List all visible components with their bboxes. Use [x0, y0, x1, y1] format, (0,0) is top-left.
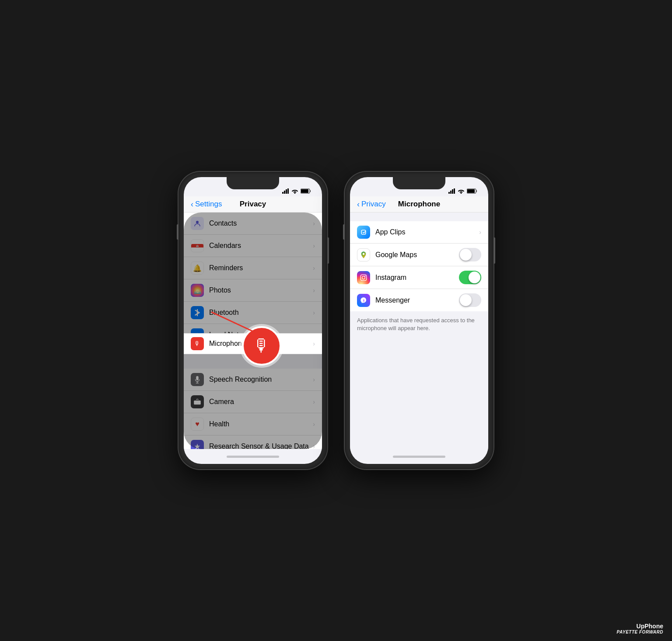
battery-icon	[301, 188, 312, 194]
home-bar	[227, 456, 279, 458]
app-clips-icon	[357, 226, 370, 239]
nav-title: Privacy	[240, 200, 266, 209]
svg-rect-6	[301, 189, 308, 193]
list-item-calendars[interactable]: 📅 Calendars ›	[184, 235, 322, 257]
research-label: Research Sensor & Usage Data	[209, 442, 313, 449]
svg-rect-16	[448, 192, 450, 194]
messenger-toggle[interactable]	[459, 293, 481, 307]
camera-label: Camera	[209, 398, 313, 406]
svg-rect-17	[450, 191, 452, 194]
right-screen: ‹ Privacy Microphone App Clips ›	[350, 177, 488, 464]
svg-rect-19	[454, 188, 455, 194]
messenger-toggle-thumb	[460, 294, 472, 306]
left-phone: ‹ Settings Privacy 🎙 Microphone › 🎙	[178, 172, 327, 469]
watermark-line1: UpPhone	[617, 623, 663, 630]
status-icons	[282, 188, 312, 194]
right-home-indicator	[350, 449, 488, 464]
bluetooth-label: Bluetooth	[209, 309, 313, 317]
instagram-icon	[357, 271, 370, 284]
nav-bar-left: ‹ Settings Privacy	[184, 196, 322, 213]
right-nav-bar: ‹ Privacy Microphone	[350, 196, 488, 213]
speech-icon	[191, 373, 204, 386]
right-status-icons	[448, 188, 478, 194]
list-item-messenger[interactable]: Messenger	[350, 289, 488, 311]
google-maps-icon	[357, 248, 370, 261]
list-item-speech[interactable]: Speech Recognition ›	[184, 369, 322, 391]
svg-point-27	[365, 275, 366, 276]
svg-rect-18	[452, 189, 453, 194]
right-phone: ‹ Privacy Microphone App Clips ›	[345, 172, 494, 469]
calendars-label: Calendars	[209, 242, 313, 250]
health-icon: ♥	[191, 418, 204, 431]
svg-point-24	[363, 253, 365, 255]
list-item-bluetooth[interactable]: Bluetooth ›	[184, 302, 322, 324]
microphone-icon-row: 🎙	[191, 337, 204, 350]
svg-rect-1	[284, 191, 285, 194]
list-item-google-maps[interactable]: Google Maps	[350, 244, 488, 266]
reminders-label: Reminders	[209, 264, 313, 272]
signal-icon	[282, 188, 289, 194]
svg-rect-25	[360, 275, 366, 280]
chevron-left-icon: ‹	[191, 200, 193, 208]
empty-area	[350, 338, 488, 449]
list-item-research[interactable]: Research Sensor & Usage Data ›	[184, 435, 322, 449]
svg-rect-2	[286, 189, 287, 194]
microphone-app-list: App Clips › Google Maps	[350, 221, 488, 311]
contacts-icon	[191, 217, 204, 230]
notch	[227, 177, 279, 189]
camera-icon	[191, 395, 204, 408]
speech-label: Speech Recognition	[209, 376, 313, 383]
svg-point-20	[461, 193, 462, 194]
svg-rect-10	[196, 376, 198, 380]
watermark: UpPhone PAYETTE FORWARD	[617, 623, 663, 634]
health-label: Health	[209, 420, 313, 428]
list-item-reminders[interactable]: 🔔 Reminders ›	[184, 257, 322, 279]
right-back-button[interactable]: ‹ Privacy	[357, 200, 386, 209]
right-home-bar	[393, 456, 445, 458]
svg-rect-0	[282, 192, 284, 194]
right-wifi-icon	[458, 188, 465, 194]
right-notch	[393, 177, 445, 189]
google-maps-toggle-thumb	[460, 249, 472, 261]
app-clips-chevron: ›	[479, 229, 481, 236]
list-item-photos[interactable]: 🌅 Photos ›	[184, 279, 322, 302]
messenger-label: Messenger	[375, 296, 459, 304]
research-icon	[191, 440, 204, 449]
home-indicator	[184, 449, 322, 464]
mic-annotation-icon: 🎙	[253, 336, 270, 355]
reminders-icon: 🔔	[191, 261, 204, 275]
calendars-icon: 📅	[191, 239, 204, 252]
svg-point-7	[196, 221, 199, 223]
list-item-health[interactable]: ♥ Health ›	[184, 413, 322, 435]
mic-annotation-circle: 🎙	[242, 326, 281, 366]
contacts-label: Contacts	[209, 219, 313, 227]
list-item-instagram[interactable]: Instagram	[350, 266, 488, 289]
google-maps-label: Google Maps	[375, 251, 459, 259]
svg-point-4	[294, 193, 296, 194]
list-item-camera[interactable]: Camera ›	[184, 391, 322, 413]
right-back-label: Privacy	[361, 200, 386, 209]
photos-label: Photos	[209, 286, 313, 294]
bluetooth-icon	[191, 306, 204, 319]
right-battery-icon	[467, 188, 478, 194]
google-maps-toggle[interactable]	[459, 248, 481, 261]
watermark-line2: PAYETTE FORWARD	[617, 630, 663, 634]
right-nav-title: Microphone	[398, 200, 440, 209]
section-spacer	[350, 213, 488, 221]
back-button[interactable]: ‹ Settings	[191, 200, 222, 209]
svg-rect-22	[467, 189, 475, 193]
back-label: Settings	[195, 200, 222, 209]
info-text: Applications that have requested access …	[350, 311, 488, 338]
instagram-label: Instagram	[375, 274, 459, 282]
app-clips-label: App Clips	[375, 228, 479, 236]
wifi-icon	[291, 188, 298, 194]
list-item-app-clips[interactable]: App Clips ›	[350, 221, 488, 244]
messenger-icon	[357, 294, 370, 307]
svg-point-26	[362, 276, 365, 279]
instagram-toggle[interactable]	[459, 271, 481, 284]
microphone-chevron: ›	[313, 340, 315, 347]
photos-icon: 🌅	[191, 284, 204, 297]
list-item-contacts[interactable]: Contacts ›	[184, 213, 322, 235]
svg-rect-3	[287, 188, 289, 194]
right-chevron-left-icon: ‹	[357, 200, 360, 208]
